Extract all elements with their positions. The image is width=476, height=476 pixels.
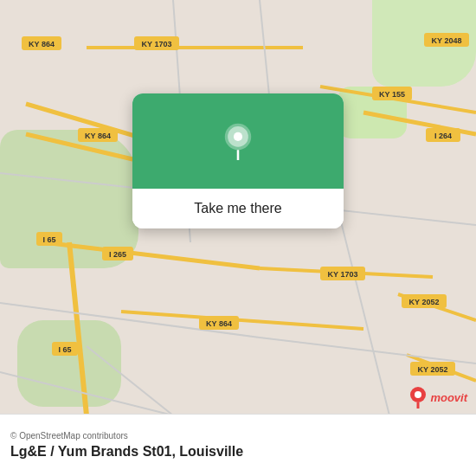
bottom-bar: © OpenStreetMap contributors Lg&E / Yum … <box>0 414 476 476</box>
svg-text:KY 2052: KY 2052 <box>409 298 440 306</box>
svg-text:KY 864: KY 864 <box>206 319 232 328</box>
svg-text:KY 864: KY 864 <box>85 132 111 140</box>
svg-line-16 <box>260 338 476 363</box>
map: KY 864 KY 1703 KY 2048 KY 155 I 264 KY 8… <box>0 0 476 476</box>
svg-text:KY 2048: KY 2048 <box>432 36 462 45</box>
svg-text:I 265: I 265 <box>109 250 126 259</box>
popup-header <box>132 93 344 189</box>
svg-point-50 <box>415 391 421 398</box>
svg-text:KY 2052: KY 2052 <box>418 365 448 374</box>
location-pin-icon <box>219 122 257 160</box>
moovit-pin-icon <box>409 386 427 408</box>
svg-text:I 65: I 65 <box>58 345 71 354</box>
popup-card: Take me there <box>132 93 344 228</box>
take-me-there-button[interactable]: Take me there <box>132 189 344 228</box>
moovit-logo: moovit <box>409 386 467 408</box>
svg-text:KY 155: KY 155 <box>379 90 405 99</box>
svg-text:I 65: I 65 <box>42 235 55 244</box>
svg-point-48 <box>234 132 242 141</box>
location-divider: , <box>171 444 179 459</box>
svg-line-7 <box>43 242 260 268</box>
roads-overlay: KY 864 KY 1703 KY 2048 KY 155 I 264 KY 8… <box>0 0 476 476</box>
svg-text:KY 1703: KY 1703 <box>328 270 358 279</box>
moovit-text: moovit <box>430 391 467 404</box>
map-attribution: © OpenStreetMap contributors <box>10 431 466 441</box>
svg-text:KY 1703: KY 1703 <box>142 40 172 48</box>
svg-line-9 <box>121 312 363 329</box>
svg-text:I 264: I 264 <box>434 132 452 140</box>
svg-text:KY 864: KY 864 <box>29 40 55 48</box>
location-title: Lg&E / Yum Brands St01 <box>10 444 171 459</box>
location-subtitle: Louisville <box>179 444 243 459</box>
location-info: Lg&E / Yum Brands St01, Louisville <box>10 444 466 460</box>
